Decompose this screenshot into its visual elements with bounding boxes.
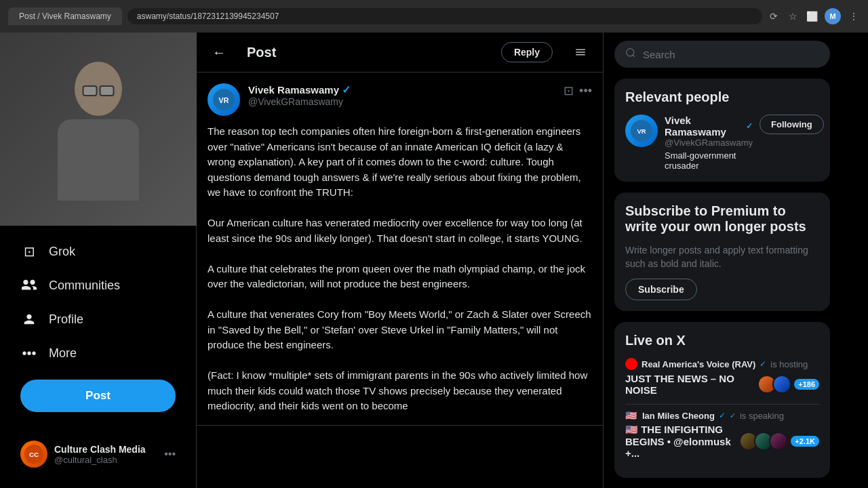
grok-icon: ⊡ (20, 243, 38, 260)
right-sidebar: Search Relevant people VR Vivek Ramaswam… (604, 33, 841, 488)
tweet-actions-top: ⊡ ••• (564, 83, 592, 98)
sidebar-item-communities[interactable]: Communities (11, 270, 185, 301)
live-avatar-stack-1 (757, 375, 791, 394)
relevant-people-title: Relevant people (625, 89, 819, 105)
sidebar-label-more: More (49, 346, 77, 361)
live-host-row-1: Real America's Voice (RAV) ✓ is hosting (625, 358, 819, 370)
communities-icon (20, 277, 38, 294)
person-head (75, 62, 122, 116)
extensions-icon[interactable]: ⬜ (806, 10, 818, 22)
live-host-verified-1: ✓ (760, 359, 766, 369)
profile-icon[interactable]: M (825, 8, 841, 24)
address-bar-url: aswamy/status/1872312139945234507 (137, 12, 279, 21)
sidebar-item-grok[interactable]: ⊡ Grok (11, 236, 185, 267)
live-indicator-1 (625, 358, 637, 370)
user-more-icon[interactable]: ••• (164, 448, 176, 460)
tweet-author-row: VR Vivek Ramaswamy ✓ @VivekGRamaswamy ⊡ … (208, 83, 592, 116)
user-card[interactable]: CC Culture Clash Media @cultural_clash •… (11, 434, 185, 474)
post-title: Post (247, 45, 485, 60)
relevant-person-info: Vivek Ramaswamy ✓ @VivekGRamaswamy Small… (665, 115, 753, 171)
live-status-1: is hosting (770, 359, 808, 369)
verified-badge: ✓ (342, 83, 351, 96)
user-info: Culture Clash Media @cultural_clash (54, 444, 157, 465)
live-avatar-2c (769, 432, 788, 451)
user-handle: @cultural_clash (54, 455, 157, 465)
more-icon: ••• (20, 344, 38, 362)
live-show-name-1[interactable]: JUST THE NEWS – NO NOISE (625, 373, 757, 396)
relevant-person-verified: ✓ (746, 121, 753, 131)
browser-icons: ⟳ ☆ ⬜ M ⋮ (768, 8, 860, 24)
browser-chrome: Post / Vivek Ramaswamy aswamy/status/187… (0, 0, 868, 33)
live-count-1: +186 (794, 379, 819, 390)
more-tweet-icon[interactable]: ••• (579, 84, 592, 98)
user-display-name: Culture Clash Media (54, 444, 157, 455)
tab-label: Post / Vivek Ramaswamy (19, 12, 111, 21)
post-header: ← Post Reply (197, 33, 603, 73)
person-body (58, 119, 139, 201)
edit-icon[interactable]: ⊡ (564, 83, 574, 98)
live-panel: Live on X Real America's Voice (RAV) ✓ i… (614, 322, 830, 478)
sidebar-label-grok: Grok (49, 245, 75, 259)
live-host-name-2[interactable]: Ian Miles Cheong (642, 411, 715, 421)
live-show-row-1: JUST THE NEWS – NO NOISE +186 (625, 373, 819, 396)
user-avatar: CC (20, 441, 47, 468)
webcam-placeholder (0, 33, 197, 226)
relevant-person: VR Vivek Ramaswamy ✓ @VivekGRamaswamy Sm… (625, 115, 819, 171)
svg-text:VR: VR (219, 96, 229, 104)
address-bar[interactable]: aswamy/status/1872312139945234507 (127, 8, 762, 24)
relevant-person-avatar[interactable]: VR (625, 115, 658, 147)
relevant-person-description: Small-government crusader (665, 150, 753, 171)
subscribe-panel-title: Subscribe to Premium to write your own l… (625, 203, 819, 235)
tweet-container: VR Vivek Ramaswamy ✓ @VivekGRamaswamy ⊡ … (197, 73, 603, 426)
sidebar-label-communities: Communities (49, 279, 120, 293)
relevant-people-panel: Relevant people VR Vivek Ramaswamy ✓ (614, 79, 830, 182)
live-panel-title: Live on X (625, 333, 819, 348)
svg-text:CC: CC (29, 451, 39, 458)
person-silhouette (58, 62, 139, 197)
tweet-author-avatar[interactable]: VR (208, 83, 240, 116)
subscribe-panel: Subscribe to Premium to write your own l… (614, 192, 830, 311)
profile-sidebar-icon (20, 310, 38, 328)
main-content: ← Post Reply VR (197, 33, 604, 488)
webcam-overlay (0, 33, 197, 226)
main-container: ⊡ Grok Communities Profile (0, 33, 868, 488)
sidebar-label-profile: Profile (49, 312, 83, 327)
live-flag-2: 🇺🇸 (625, 410, 637, 421)
tweet-author-name[interactable]: Vivek Ramaswamy ✓ (248, 83, 555, 96)
live-status-2: is speaking (740, 411, 784, 421)
live-avatars-1: +186 (757, 375, 819, 394)
back-arrow-icon: ← (212, 45, 226, 60)
following-button[interactable]: Following (760, 115, 824, 134)
live-item-2: 🇺🇸 Ian Miles Cheong ✓ ✓ is speaking 🇺🇸 T… (625, 410, 819, 459)
glass-lens-left (83, 85, 98, 96)
tweet-body: The reason top tech companies often hire… (208, 124, 592, 414)
menu-icon[interactable]: ⋮ (848, 10, 860, 22)
star-icon[interactable]: ☆ (787, 10, 799, 22)
back-button[interactable]: ← (208, 41, 231, 64)
search-placeholder: Search (643, 49, 675, 60)
live-host-row-2: 🇺🇸 Ian Miles Cheong ✓ ✓ is speaking (625, 410, 819, 421)
search-bar[interactable]: Search (614, 41, 830, 68)
reload-icon[interactable]: ⟳ (768, 10, 780, 22)
sidebar-item-profile[interactable]: Profile (11, 304, 185, 335)
live-host-verified-2: ✓ (719, 411, 726, 420)
svg-point-6 (629, 361, 634, 367)
live-avatar-stack-2 (739, 432, 788, 451)
subscribe-button[interactable]: Subscribe (625, 279, 697, 300)
live-show-name-2[interactable]: 🇺🇸 THE INFIGHTING BEGINS • @elonmusk +..… (625, 424, 739, 459)
post-button[interactable]: Post (20, 380, 176, 412)
reply-button[interactable]: Reply (501, 42, 553, 62)
live-host-name-1[interactable]: Real America's Voice (RAV) (642, 359, 755, 369)
browser-tab[interactable]: Post / Vivek Ramaswamy (8, 7, 122, 25)
glass-lens-right (100, 85, 115, 96)
live-show-row-2: 🇺🇸 THE INFIGHTING BEGINS • @elonmusk +..… (625, 424, 819, 459)
tweet-author-info: Vivek Ramaswamy ✓ @VivekGRamaswamy (248, 83, 555, 107)
search-icon (625, 47, 636, 61)
sidebar-item-more[interactable]: ••• More (11, 338, 185, 369)
relevant-person-handle: @VivekGRamaswamy (665, 138, 753, 148)
live-divider (625, 404, 819, 405)
glasses (83, 85, 115, 96)
live-host-verified-2b: ✓ (730, 411, 736, 420)
settings-icon[interactable] (569, 41, 592, 64)
relevant-person-name: Vivek Ramaswamy ✓ (665, 115, 753, 138)
